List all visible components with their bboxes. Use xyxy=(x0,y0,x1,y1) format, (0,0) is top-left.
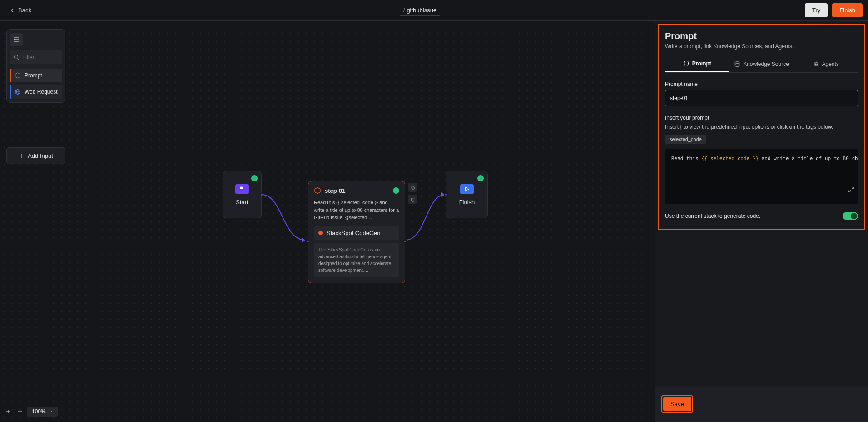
edge-start-to-step xyxy=(260,192,310,246)
editor-text: and write a title of up to 80 chara xyxy=(759,156,858,161)
palette-item-prompt[interactable]: Prompt xyxy=(10,69,62,82)
svg-point-3 xyxy=(14,55,18,59)
search-icon xyxy=(13,54,20,60)
svg-point-21 xyxy=(815,64,816,65)
use-stack-toggle[interactable] xyxy=(843,212,858,220)
prompt-name-label: Prompt name xyxy=(665,81,858,87)
try-button[interactable]: Try xyxy=(805,3,828,17)
svg-line-25 xyxy=(849,190,851,192)
prompt-panel-body: Prompt Write a prompt, link Knowledge So… xyxy=(658,24,865,230)
delete-node-button[interactable] xyxy=(408,195,417,204)
braces-icon xyxy=(683,60,689,67)
add-input-button[interactable]: Add Input xyxy=(6,147,65,164)
svg-marker-5 xyxy=(15,73,20,78)
save-button[interactable]: Save xyxy=(663,397,691,411)
port-out[interactable] xyxy=(403,240,407,243)
node-finish[interactable]: Finish xyxy=(446,171,488,218)
agents-icon xyxy=(813,61,819,67)
svg-line-4 xyxy=(18,59,19,60)
prompt-editor[interactable]: Read this {{ selected_code }} and write … xyxy=(665,149,858,204)
add-input-label: Add Input xyxy=(28,152,53,159)
palette-toggle-button[interactable] xyxy=(10,33,23,46)
node-start-label: Start xyxy=(236,199,248,206)
chevron-down-icon xyxy=(49,409,53,414)
tab-knowledge-source[interactable]: Knowledge Source xyxy=(729,56,794,72)
exit-icon xyxy=(460,184,474,194)
node-step[interactable]: step-01 Read this {{ selected_code }} an… xyxy=(308,181,405,283)
agent-dot-icon xyxy=(318,231,323,235)
tab-knowledge-label: Knowledge Source xyxy=(743,61,789,67)
svg-point-22 xyxy=(816,64,817,65)
zoom-level: 100% xyxy=(32,408,46,415)
svg-point-19 xyxy=(735,62,739,64)
port-in[interactable] xyxy=(306,240,310,243)
canvas[interactable]: Prompt Web Request Add Input xyxy=(0,21,655,422)
status-ok-icon xyxy=(477,175,484,181)
palette-item-web-request[interactable]: Web Request xyxy=(10,85,62,99)
trash-icon xyxy=(410,197,415,202)
editor-var: {{ selected_code }} xyxy=(701,156,759,161)
node-step-desc: Read this {{ selected_code }} and write … xyxy=(314,199,399,221)
plus-icon xyxy=(19,153,25,159)
tab-agents[interactable]: Agents xyxy=(794,56,858,72)
node-finish-label: Finish xyxy=(459,199,475,206)
panel-footer: Save xyxy=(655,386,868,422)
expand-editor-button[interactable] xyxy=(812,181,854,200)
breadcrumb[interactable]: /githubissue xyxy=(400,5,440,16)
palette: Prompt Web Request xyxy=(6,29,65,103)
svg-marker-11 xyxy=(302,238,305,242)
agent-chip[interactable]: StackSpot CodeGen xyxy=(314,226,399,240)
svg-marker-13 xyxy=(315,187,320,193)
flag-icon xyxy=(235,184,249,194)
agent-name: StackSpot CodeGen xyxy=(327,230,381,236)
tab-prompt-label: Prompt xyxy=(692,60,711,67)
panel-tabs: Prompt Knowledge Source Agents xyxy=(665,56,858,73)
list-indent-icon xyxy=(13,36,20,43)
insert-prompt-hint: Insert { to view the predefined input op… xyxy=(665,124,858,130)
breadcrumb-name: githubissue xyxy=(407,7,436,14)
port-out[interactable] xyxy=(260,193,263,196)
panel-title: Prompt xyxy=(665,31,858,41)
toggle-label: Use the current stack to generate code. xyxy=(665,213,760,219)
arrow-left-icon xyxy=(9,7,15,14)
stack-icon xyxy=(734,61,740,67)
expand-icon xyxy=(848,186,854,193)
back-button[interactable]: Back xyxy=(5,4,35,16)
zoom-level-dropdown[interactable]: 100% xyxy=(27,407,58,417)
hex-icon xyxy=(15,72,21,79)
plus-icon xyxy=(5,408,11,415)
port-in[interactable] xyxy=(444,193,448,196)
node-start[interactable]: Start xyxy=(223,171,262,218)
zoom-toolbar: 100% xyxy=(4,407,58,417)
copy-node-button[interactable] xyxy=(408,183,417,192)
palette-item-label: Prompt xyxy=(25,72,42,79)
editor-text: Read this xyxy=(671,156,701,161)
status-ok-icon xyxy=(393,187,399,194)
hex-icon xyxy=(314,187,321,194)
copy-icon xyxy=(410,185,415,190)
top-bar: Back /githubissue Try Finish xyxy=(0,0,868,21)
zoom-in-button[interactable] xyxy=(4,407,13,416)
status-ok-icon xyxy=(251,175,258,181)
globe-icon xyxy=(15,89,21,95)
finish-button[interactable]: Finish xyxy=(832,3,863,17)
node-step-title: step-01 xyxy=(325,187,389,194)
breadcrumb-slash: / xyxy=(403,7,405,14)
panel-subtitle: Write a prompt, link Knowledge Sources, … xyxy=(665,43,858,50)
insert-prompt-heading: Insert your prompt xyxy=(665,115,858,121)
agent-desc: The StackSpot CodeGen is an advanced art… xyxy=(314,243,399,277)
back-label: Back xyxy=(18,7,31,14)
palette-item-label: Web Request xyxy=(25,89,58,95)
tag-selected-code[interactable]: selected_code xyxy=(665,135,706,144)
minus-icon xyxy=(17,408,23,415)
tab-agents-label: Agents xyxy=(822,61,839,67)
prompt-name-input[interactable] xyxy=(665,90,858,106)
tab-prompt[interactable]: Prompt xyxy=(665,56,729,72)
svg-line-24 xyxy=(852,187,853,189)
right-panel: Prompt Write a prompt, link Knowledge So… xyxy=(655,21,868,422)
zoom-out-button[interactable] xyxy=(15,407,25,416)
